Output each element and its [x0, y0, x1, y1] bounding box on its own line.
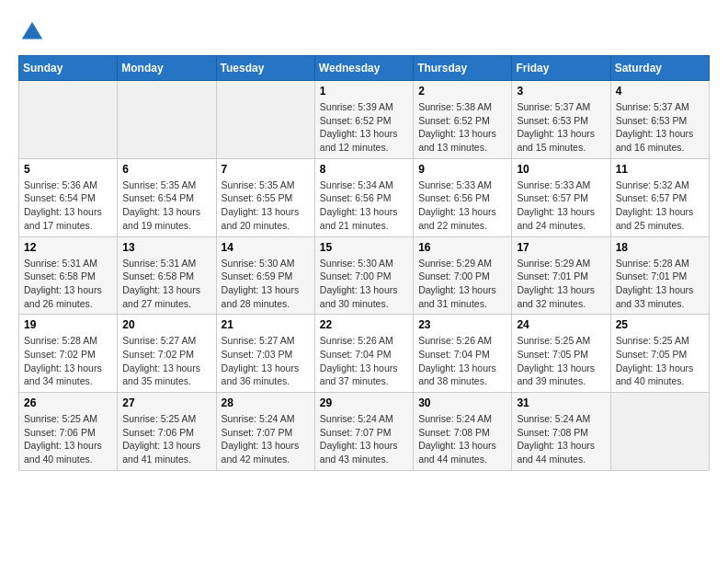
day-info: Sunrise: 5:25 AMSunset: 7:05 PMDaylight:… [616, 334, 704, 388]
day-info: Sunrise: 5:28 AMSunset: 7:02 PMDaylight:… [24, 334, 112, 388]
weekday-header-wednesday: Wednesday [314, 56, 413, 81]
day-cell: 12Sunrise: 5:31 AMSunset: 6:58 PMDayligh… [19, 236, 118, 315]
logo-icon [18, 18, 46, 46]
day-info: Sunrise: 5:32 AMSunset: 6:57 PMDaylight:… [616, 178, 704, 233]
day-number: 31 [517, 396, 605, 409]
day-cell: 14Sunrise: 5:30 AMSunset: 6:59 PMDayligh… [216, 236, 314, 315]
day-cell: 15Sunrise: 5:30 AMSunset: 7:00 PMDayligh… [314, 236, 413, 315]
weekday-header-friday: Friday [512, 56, 610, 81]
weekday-header-saturday: Saturday [610, 56, 709, 81]
day-cell: 20Sunrise: 5:27 AMSunset: 7:02 PMDayligh… [118, 315, 216, 393]
day-number: 19 [24, 318, 112, 331]
calendar-table: SundayMondayTuesdayWednesdayThursdayFrid… [18, 55, 710, 471]
day-cell: 3Sunrise: 5:37 AMSunset: 6:53 PMDaylight… [512, 81, 610, 159]
day-number: 16 [418, 241, 506, 254]
day-info: Sunrise: 5:27 AMSunset: 7:02 PMDaylight:… [122, 334, 210, 388]
day-cell: 30Sunrise: 5:24 AMSunset: 7:08 PMDayligh… [414, 393, 512, 471]
day-number: 30 [418, 396, 506, 409]
day-info: Sunrise: 5:31 AMSunset: 6:58 PMDaylight:… [122, 257, 210, 311]
day-number: 11 [616, 163, 704, 176]
day-info: Sunrise: 5:28 AMSunset: 7:01 PMDaylight:… [616, 257, 704, 311]
day-cell [610, 393, 709, 471]
day-number: 27 [122, 396, 210, 409]
day-cell: 27Sunrise: 5:25 AMSunset: 7:06 PMDayligh… [118, 393, 216, 471]
day-number: 1 [320, 85, 408, 98]
page-header [18, 18, 710, 46]
day-number: 17 [517, 241, 605, 254]
week-row-3: 12Sunrise: 5:31 AMSunset: 6:58 PMDayligh… [19, 236, 710, 315]
day-number: 22 [320, 318, 408, 331]
week-row-2: 5Sunrise: 5:36 AMSunset: 6:54 PMDaylight… [19, 158, 710, 236]
day-cell: 2Sunrise: 5:38 AMSunset: 6:52 PMDaylight… [414, 81, 512, 159]
day-cell: 17Sunrise: 5:29 AMSunset: 7:01 PMDayligh… [512, 236, 610, 315]
day-number: 2 [418, 85, 506, 98]
day-cell: 21Sunrise: 5:27 AMSunset: 7:03 PMDayligh… [216, 315, 314, 393]
day-cell: 31Sunrise: 5:24 AMSunset: 7:08 PMDayligh… [512, 393, 610, 471]
weekday-header-monday: Monday [118, 56, 216, 81]
day-cell: 18Sunrise: 5:28 AMSunset: 7:01 PMDayligh… [610, 236, 709, 315]
day-number: 13 [122, 241, 210, 254]
day-info: Sunrise: 5:37 AMSunset: 6:53 PMDaylight:… [616, 100, 704, 155]
day-info: Sunrise: 5:25 AMSunset: 7:06 PMDaylight:… [24, 412, 112, 466]
week-row-1: 1Sunrise: 5:39 AMSunset: 6:52 PMDaylight… [19, 81, 710, 159]
day-cell: 29Sunrise: 5:24 AMSunset: 7:07 PMDayligh… [314, 393, 413, 471]
day-cell: 10Sunrise: 5:33 AMSunset: 6:57 PMDayligh… [512, 158, 610, 236]
day-cell: 6Sunrise: 5:35 AMSunset: 6:54 PMDaylight… [118, 158, 216, 236]
day-cell: 8Sunrise: 5:34 AMSunset: 6:56 PMDaylight… [314, 158, 413, 236]
day-info: Sunrise: 5:35 AMSunset: 6:54 PMDaylight:… [122, 178, 210, 233]
day-info: Sunrise: 5:35 AMSunset: 6:55 PMDaylight:… [222, 178, 310, 233]
day-number: 14 [222, 241, 310, 254]
day-cell: 19Sunrise: 5:28 AMSunset: 7:02 PMDayligh… [19, 315, 118, 393]
day-cell: 24Sunrise: 5:25 AMSunset: 7:05 PMDayligh… [512, 315, 610, 393]
day-cell: 7Sunrise: 5:35 AMSunset: 6:55 PMDaylight… [216, 158, 314, 236]
day-cell: 26Sunrise: 5:25 AMSunset: 7:06 PMDayligh… [19, 393, 118, 471]
day-number: 8 [320, 163, 408, 176]
day-cell: 25Sunrise: 5:25 AMSunset: 7:05 PMDayligh… [610, 315, 709, 393]
day-number: 3 [517, 85, 605, 98]
day-info: Sunrise: 5:29 AMSunset: 7:01 PMDaylight:… [517, 257, 605, 311]
day-info: Sunrise: 5:30 AMSunset: 6:59 PMDaylight:… [222, 257, 310, 311]
day-info: Sunrise: 5:24 AMSunset: 7:08 PMDaylight:… [517, 412, 605, 466]
day-info: Sunrise: 5:36 AMSunset: 6:54 PMDaylight:… [24, 178, 112, 233]
day-number: 29 [320, 396, 408, 409]
day-number: 12 [24, 241, 112, 254]
day-info: Sunrise: 5:31 AMSunset: 6:58 PMDaylight:… [24, 257, 112, 311]
day-info: Sunrise: 5:24 AMSunset: 7:07 PMDaylight:… [222, 412, 310, 466]
day-info: Sunrise: 5:27 AMSunset: 7:03 PMDaylight:… [222, 334, 310, 388]
day-number: 23 [418, 318, 506, 331]
day-info: Sunrise: 5:38 AMSunset: 6:52 PMDaylight:… [418, 100, 506, 155]
day-number: 28 [222, 396, 310, 409]
day-cell: 13Sunrise: 5:31 AMSunset: 6:58 PMDayligh… [118, 236, 216, 315]
day-info: Sunrise: 5:37 AMSunset: 6:53 PMDaylight:… [517, 100, 605, 155]
day-number: 24 [517, 318, 605, 331]
day-cell: 9Sunrise: 5:33 AMSunset: 6:56 PMDaylight… [414, 158, 512, 236]
day-info: Sunrise: 5:25 AMSunset: 7:06 PMDaylight:… [122, 412, 210, 466]
day-number: 4 [616, 85, 704, 98]
day-number: 5 [24, 163, 112, 176]
weekday-header-tuesday: Tuesday [216, 56, 314, 81]
day-cell [118, 81, 216, 159]
day-number: 20 [122, 318, 210, 331]
day-cell: 28Sunrise: 5:24 AMSunset: 7:07 PMDayligh… [216, 393, 314, 471]
day-info: Sunrise: 5:33 AMSunset: 6:56 PMDaylight:… [418, 178, 506, 233]
week-row-5: 26Sunrise: 5:25 AMSunset: 7:06 PMDayligh… [19, 393, 710, 471]
day-cell [19, 81, 118, 159]
day-cell: 1Sunrise: 5:39 AMSunset: 6:52 PMDaylight… [314, 81, 413, 159]
day-number: 25 [616, 318, 704, 331]
logo [18, 18, 50, 46]
day-info: Sunrise: 5:34 AMSunset: 6:56 PMDaylight:… [320, 178, 408, 233]
day-cell: 23Sunrise: 5:26 AMSunset: 7:04 PMDayligh… [414, 315, 512, 393]
day-number: 15 [320, 241, 408, 254]
day-cell: 4Sunrise: 5:37 AMSunset: 6:53 PMDaylight… [610, 81, 709, 159]
day-cell: 16Sunrise: 5:29 AMSunset: 7:00 PMDayligh… [414, 236, 512, 315]
weekday-header-row: SundayMondayTuesdayWednesdayThursdayFrid… [19, 56, 710, 81]
day-cell [216, 81, 314, 159]
day-info: Sunrise: 5:26 AMSunset: 7:04 PMDaylight:… [418, 334, 506, 388]
day-number: 26 [24, 396, 112, 409]
week-row-4: 19Sunrise: 5:28 AMSunset: 7:02 PMDayligh… [19, 315, 710, 393]
day-cell: 5Sunrise: 5:36 AMSunset: 6:54 PMDaylight… [19, 158, 118, 236]
day-info: Sunrise: 5:33 AMSunset: 6:57 PMDaylight:… [517, 178, 605, 233]
day-number: 18 [616, 241, 704, 254]
day-cell: 11Sunrise: 5:32 AMSunset: 6:57 PMDayligh… [610, 158, 709, 236]
day-info: Sunrise: 5:26 AMSunset: 7:04 PMDaylight:… [320, 334, 408, 388]
